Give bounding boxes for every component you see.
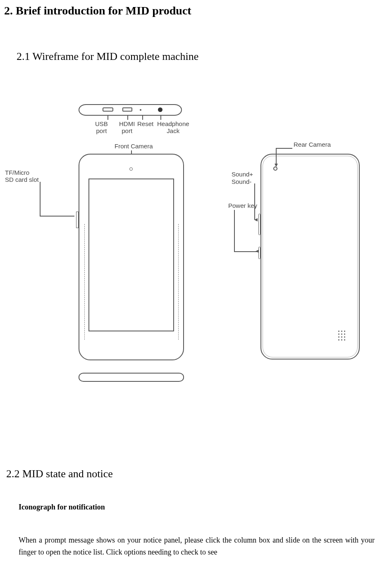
- sd-card-slot-icon: [76, 212, 79, 228]
- sound-plus-label: Sound+: [232, 171, 253, 178]
- volume-button-icon: [258, 214, 260, 235]
- hdmi-label: HDMI port: [119, 121, 135, 134]
- rear-camera-icon: [273, 167, 277, 171]
- section-heading: 2. Brief introduction for MID product: [4, 4, 383, 17]
- subsection-2-2-heading: 2.2 MID state and notice: [6, 468, 383, 480]
- diagram-back-view: [260, 154, 360, 359]
- sd-slot-label: TF/Micro SD card slot: [5, 169, 39, 183]
- usb-port-icon: [103, 107, 113, 112]
- headphone-label: Headphone Jack: [157, 121, 189, 134]
- power-button-icon: [258, 247, 260, 259]
- diagram-front-view: [79, 154, 184, 360]
- diagram-top-edge: [79, 104, 182, 121]
- subsection-2-1-heading: 2.1 Wireframe for MID complete machine: [17, 50, 383, 63]
- headphone-jack-icon: [158, 107, 162, 112]
- speaker-grille-icon: [338, 331, 346, 341]
- usb-label: USB port: [95, 121, 108, 134]
- reset-label: Reset: [137, 121, 153, 128]
- rear-camera-label: Rear Camera: [294, 141, 331, 148]
- front-camera-icon: [129, 167, 133, 171]
- diagram-bottom-edge: [79, 373, 184, 382]
- reset-hole-icon: [140, 109, 141, 111]
- wireframe-diagram: USB port HDMI port Reset Headphone Jack …: [4, 104, 376, 393]
- front-camera-label: Front Camera: [115, 143, 153, 150]
- hdmi-port-icon: [122, 107, 132, 112]
- iconograph-subheading: Iconograph for notification: [19, 503, 383, 512]
- sound-minus-label: Sound-: [232, 179, 251, 186]
- notice-paragraph: When a prompt message shows on your noti…: [19, 534, 375, 558]
- power-key-label: Power key: [228, 202, 257, 209]
